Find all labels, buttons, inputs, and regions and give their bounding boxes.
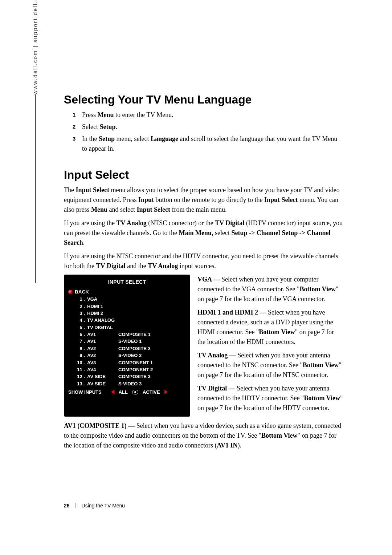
heading-input-select: Input Select [64,168,343,182]
desc-vga: VGA — Select when you have your computer… [197,275,343,304]
menu-item-label: AV SIDE [86,373,118,380]
heading-language: Selecting Your TV Menu Language [64,93,343,106]
show-inputs-label: SHOW INPUTS [68,389,102,395]
menu-item-label: AV SIDE [86,380,118,387]
menu-item-value [118,324,186,331]
menu-item-label: VGA [86,296,118,303]
menu-item-row[interactable]: 13 .AV SIDES-VIDEO 3 [68,380,186,387]
menu-item-value [118,310,186,317]
menu-item-row[interactable]: 6 .AV1COMPOSITE 1 [68,331,186,338]
menu-item-label: AV3 [86,359,118,366]
menu-item-label: AV4 [86,366,118,373]
nav-right-icon[interactable] [164,390,168,394]
menu-item-number: 1 . [68,296,86,303]
menu-title: INPUT SELECT [65,275,189,288]
menu-item-value [118,317,186,324]
step-number: 1 [73,110,82,119]
menu-footer-all: ALL [119,389,128,395]
menu-footer: SHOW INPUTS ALL ACTIVE [68,387,186,395]
menu-item-label: AV2 [86,352,118,359]
menu-item-number: 8 . [68,345,86,352]
desc-av1: AV1 (COMPOSITE 1) — Select when you have… [64,421,343,450]
menu-item-value: COMPONENT 2 [118,366,186,373]
menu-item-row[interactable]: 4 .TV ANALOG [68,317,186,324]
page-content: Selecting Your TV Menu Language 1 Press … [64,93,343,457]
menu-item-number: 2 . [68,303,86,309]
step-text: Select Setup. [82,122,343,132]
menu-item-number: 6 . [68,331,86,338]
menu-item-number: 4 . [68,317,86,324]
paragraph: If you are using the TV Analog (NTSC con… [64,218,343,248]
menu-item-row[interactable]: 8 .AV2COMPOSITE 2 [68,345,186,352]
menu-back-row[interactable]: BACK [68,288,186,296]
paragraph: The Input Select menu allows you to sele… [64,185,343,215]
step-number: 2 [73,122,82,131]
menu-item-value: COMPONENT 1 [118,359,186,366]
menu-item-row[interactable]: 3 .HDMI 2 [68,310,186,317]
menu-item-value: COMPOSITE 1 [118,331,186,338]
step-item: 3 In the Setup menu, select Language and… [73,134,343,154]
menu-item-row[interactable]: 7 .AV1S-VIDEO 1 [68,338,186,345]
menu-items-table: 1 .VGA2 .HDMI 13 .HDMI 24 .TV ANALOG5 .T… [68,296,186,387]
step-item: 1 Press Menu to enter the TV Menu. [73,110,343,120]
footer-divider [75,503,76,508]
menu-item-number: 9 . [68,352,86,359]
menu-item-label: TV DIGITAL [86,324,118,331]
menu-item-value [118,296,186,303]
select-icon[interactable] [132,390,138,394]
desc-hdmi: HDMI 1 and HDMI 2 — Select when you have… [197,308,343,347]
menu-item-number: 3 . [68,310,86,317]
menu-item-number: 12 . [68,373,86,380]
step-number: 3 [73,134,82,143]
menu-item-label: HDMI 1 [86,303,118,309]
menu-item-label: AV1 [86,338,118,345]
desc-tv-analog: TV Analog — Select when you have your an… [197,351,343,380]
menu-item-value [118,303,186,309]
menu-item-number: 11 . [68,366,86,373]
nav-left-icon[interactable] [111,390,114,394]
page-number: 26 [64,503,70,509]
menu-item-value: S-VIDEO 1 [118,338,186,345]
menu-item-value: COMPOSITE 3 [118,373,186,380]
menu-item-label: HDMI 2 [86,310,118,317]
menu-footer-active: ACTIVE [143,389,160,395]
menu-item-row[interactable]: 1 .VGA [68,296,186,303]
descriptions-column: VGA — Select when you have your computer… [197,275,343,417]
menu-item-row[interactable]: 9 .AV2S-VIDEO 2 [68,352,186,359]
menu-item-label: AV1 [86,331,118,338]
paragraph: If you are using the NTSC connector and … [64,251,343,271]
menu-item-label: TV ANALOG [86,317,118,324]
menu-item-row[interactable]: 2 .HDMI 1 [68,303,186,309]
menu-item-number: 13 . [68,380,86,387]
menu-item-value: COMPOSITE 2 [118,345,186,352]
page-footer: 26 Using the TV Menu [64,503,343,509]
menu-item-row[interactable]: 5 .TV DIGITAL [68,324,186,331]
step-text: In the Setup menu, select Language and s… [82,134,343,154]
input-select-menu: INPUT SELECT BACK 1 .VGA2 .HDMI 13 .HDMI… [64,275,190,417]
menu-back-label: BACK [75,289,89,295]
menu-item-number: 7 . [68,338,86,345]
side-url: www.dell.com | support.dell.com [32,0,38,94]
menu-item-number: 10 . [68,359,86,366]
step-item: 2 Select Setup. [73,122,343,132]
menu-item-number: 5 . [68,324,86,331]
desc-tv-digital: TV Digital — Select when you have your a… [197,384,343,413]
menu-item-value: S-VIDEO 3 [118,380,186,387]
steps-list: 1 Press Menu to enter the TV Menu. 2 Sel… [73,110,343,154]
step-text: Press Menu to enter the TV Menu. [82,110,343,120]
menu-item-row[interactable]: 11 .AV4COMPONENT 2 [68,366,186,373]
footer-section-title: Using the TV Menu [82,503,125,509]
menu-item-label: AV2 [86,345,118,352]
menu-item-value: S-VIDEO 2 [118,352,186,359]
menu-item-row[interactable]: 12 .AV SIDECOMPOSITE 3 [68,373,186,380]
back-icon [68,290,73,294]
menu-item-row[interactable]: 10 .AV3COMPONENT 1 [68,359,186,366]
